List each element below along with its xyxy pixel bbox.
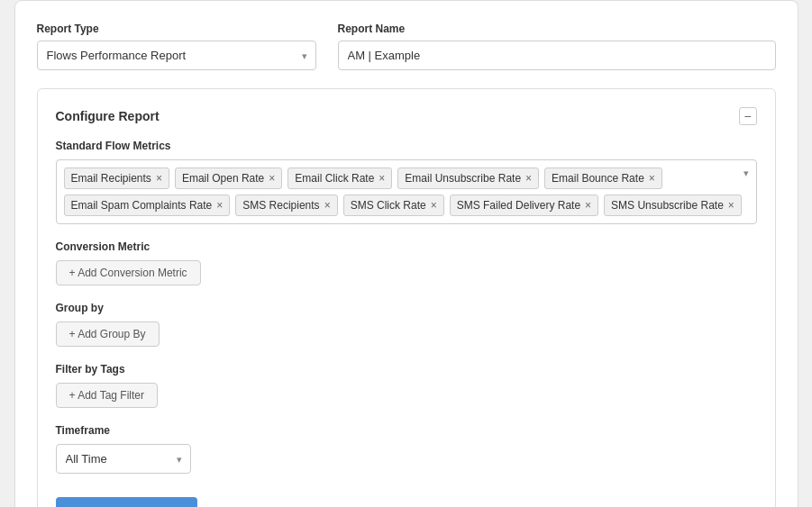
group-by-block: Group by + Add Group By	[56, 302, 757, 347]
add-tag-filter-button[interactable]: + Add Tag Filter	[56, 383, 159, 408]
standard-flow-metrics-block: Standard Flow Metrics Email Recipients×E…	[56, 140, 757, 224]
metrics-dropdown-arrow-icon: ▾	[744, 167, 749, 179]
remove-metric-icon[interactable]: ×	[324, 200, 331, 211]
list-item: SMS Click Rate×	[343, 195, 444, 216]
configure-section: Configure Report − Standard Flow Metrics…	[37, 88, 776, 507]
list-item: SMS Unsubscribe Rate×	[604, 195, 742, 216]
list-item: Email Recipients×	[64, 167, 169, 189]
add-group-by-button[interactable]: + Add Group By	[56, 321, 160, 347]
metric-label: SMS Unsubscribe Rate	[611, 199, 724, 212]
list-item: Email Spam Complaints Rate×	[64, 195, 231, 216]
group-by-label: Group by	[56, 302, 757, 314]
conversion-metric-block: Conversion Metric + Add Conversion Metri…	[56, 240, 757, 285]
remove-metric-icon[interactable]: ×	[728, 200, 734, 211]
remove-metric-icon[interactable]: ×	[269, 173, 275, 184]
report-type-label: Report Type	[37, 23, 316, 35]
conversion-metric-label: Conversion Metric	[56, 240, 757, 253]
report-type-select-wrapper: Flows Performance Report ▾	[37, 41, 316, 70]
timeframe-select[interactable]: All TimeLast 7 DaysLast 30 DaysLast 90 D…	[56, 444, 191, 474]
timeframe-select-wrapper: All TimeLast 7 DaysLast 30 DaysLast 90 D…	[56, 444, 191, 474]
list-item: Email Open Rate×	[175, 167, 282, 189]
metric-label: SMS Recipients	[242, 199, 319, 212]
metric-label: Email Click Rate	[295, 172, 374, 185]
metric-label: Email Open Rate	[182, 172, 264, 185]
list-item: SMS Recipients×	[235, 195, 337, 216]
remove-metric-icon[interactable]: ×	[216, 200, 223, 211]
timeframe-block: Timeframe All TimeLast 7 DaysLast 30 Day…	[56, 424, 757, 474]
configure-title: Configure Report	[56, 109, 160, 123]
remove-metric-icon[interactable]: ×	[525, 173, 532, 184]
metric-label: Email Bounce Rate	[552, 172, 644, 185]
metric-label: Email Recipients	[71, 172, 151, 185]
metrics-container: Email Recipients×Email Open Rate×Email C…	[56, 159, 757, 224]
remove-metric-icon[interactable]: ×	[431, 200, 437, 211]
filter-by-tags-label: Filter by Tags	[56, 363, 757, 376]
metric-label: SMS Failed Delivery Rate	[457, 199, 580, 212]
metric-label: Email Spam Complaints Rate	[71, 199, 213, 212]
list-item: Email Click Rate×	[287, 167, 392, 189]
remove-metric-icon[interactable]: ×	[379, 173, 385, 184]
collapse-button[interactable]: −	[739, 107, 757, 125]
timeframe-label: Timeframe	[56, 424, 757, 437]
main-card: Report Type Flows Performance Report ▾ R…	[14, 0, 798, 507]
add-conversion-metric-button[interactable]: + Add Conversion Metric	[56, 260, 201, 285]
report-name-group: Report Name	[338, 23, 776, 70]
collapse-icon: −	[744, 110, 751, 122]
report-type-select[interactable]: Flows Performance Report	[37, 41, 316, 70]
save-run-button[interactable]: Save & Run Report	[56, 497, 198, 507]
metric-label: SMS Click Rate	[351, 199, 426, 212]
configure-header: Configure Report −	[56, 107, 757, 125]
remove-metric-icon[interactable]: ×	[585, 200, 591, 211]
report-name-input[interactable]	[338, 41, 776, 70]
report-type-group: Report Type Flows Performance Report ▾	[37, 23, 316, 70]
remove-metric-icon[interactable]: ×	[649, 173, 655, 184]
list-item: Email Unsubscribe Rate×	[397, 167, 539, 189]
remove-metric-icon[interactable]: ×	[156, 173, 162, 184]
top-row: Report Type Flows Performance Report ▾ R…	[37, 23, 776, 70]
standard-flow-metrics-label: Standard Flow Metrics	[56, 140, 757, 152]
filter-by-tags-block: Filter by Tags + Add Tag Filter	[56, 363, 757, 408]
metric-label: Email Unsubscribe Rate	[405, 172, 521, 185]
list-item: SMS Failed Delivery Rate×	[450, 195, 598, 216]
report-name-label: Report Name	[338, 23, 776, 35]
list-item: Email Bounce Rate×	[544, 167, 662, 189]
